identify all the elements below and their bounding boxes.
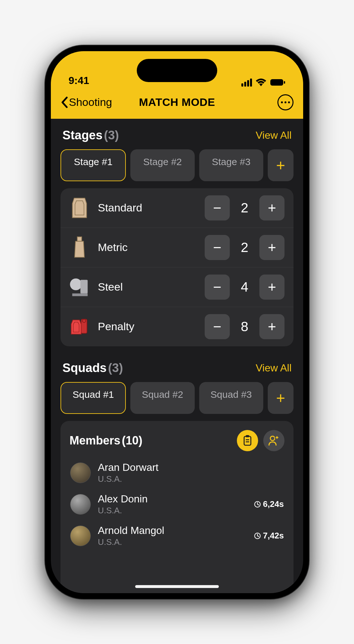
member-country: U.S.A.: [98, 506, 247, 516]
add-person-icon: [268, 435, 280, 446]
avatar: [70, 462, 91, 483]
add-stage-button[interactable]: +: [268, 149, 293, 181]
clock-icon: [254, 532, 261, 539]
dynamic-island: [137, 59, 217, 82]
decrement-button[interactable]: −: [205, 314, 230, 339]
add-squad-button[interactable]: +: [268, 382, 293, 414]
member-country: U.S.A.: [98, 537, 247, 547]
nav-bar: Shooting MATCH MODE: [51, 90, 303, 119]
avatar: [70, 526, 91, 546]
target-penalty-icon: [70, 315, 89, 338]
member-time: 6,24s: [254, 499, 284, 509]
target-label: Metric: [98, 241, 196, 254]
quantity-stepper: − 2 +: [205, 235, 284, 260]
member-name: Arnold Mangol: [98, 525, 247, 537]
quantity-stepper: − 2 +: [205, 195, 284, 220]
cellular-icon: [241, 79, 252, 87]
member-row[interactable]: Aran Dorwart U.S.A.: [61, 457, 293, 489]
member-name: Aran Dorwart: [98, 462, 284, 473]
tab-stage-1[interactable]: Stage #1: [61, 149, 126, 181]
member-country: U.S.A.: [98, 474, 284, 484]
svg-rect-0: [270, 79, 283, 86]
wifi-icon: [256, 79, 266, 86]
status-indicators: [241, 79, 285, 87]
stage-tabs: Stage #1 Stage #2 Stage #3 +: [61, 149, 293, 181]
back-button[interactable]: Shooting: [61, 96, 112, 108]
add-member-button[interactable]: [263, 430, 284, 451]
svg-rect-5: [72, 293, 88, 296]
clipboard-button[interactable]: [237, 430, 258, 451]
squads-view-all[interactable]: View All: [256, 362, 292, 374]
chevron-left-icon: [61, 97, 68, 108]
decrement-button[interactable]: −: [205, 275, 230, 300]
targets-card: Standard − 2 + Metric: [61, 188, 293, 346]
stages-count: (3): [104, 128, 119, 142]
members-card: Members (10): [61, 421, 293, 593]
svg-rect-2: [77, 237, 82, 241]
clipboard-icon: [243, 435, 252, 446]
target-row-metric: Metric − 2 +: [61, 228, 293, 267]
target-row-standard: Standard − 2 +: [61, 188, 293, 228]
target-steel-icon: [70, 275, 89, 299]
squads-count: (3): [108, 361, 123, 375]
tab-squad-1[interactable]: Squad #1: [61, 382, 126, 414]
content: Stages (3) View All Stage #1 Stage #2 St…: [51, 119, 303, 593]
member-row[interactable]: Arnold Mangol U.S.A. 7,42s: [61, 520, 293, 552]
increment-button[interactable]: +: [259, 235, 284, 260]
tab-squad-2[interactable]: Squad #2: [130, 382, 194, 414]
clock-icon: [254, 501, 261, 508]
target-row-steel: Steel − 4 +: [61, 267, 293, 307]
tab-squad-3[interactable]: Squad #3: [199, 382, 263, 414]
quantity-stepper: − 4 +: [205, 275, 284, 300]
battery-icon: [270, 79, 285, 86]
target-value: 4: [237, 279, 252, 295]
more-button[interactable]: [277, 94, 293, 110]
stages-title: Stages: [62, 128, 103, 142]
svg-point-12: [270, 436, 275, 441]
stages-view-all[interactable]: View All: [256, 129, 292, 141]
squads-title: Squads: [62, 361, 107, 375]
target-label: Penalty: [98, 320, 196, 333]
target-value: 8: [237, 319, 252, 334]
member-name: Alex Donin: [98, 493, 247, 505]
members-header: Members (10): [61, 421, 293, 457]
target-standard-icon: [70, 196, 89, 219]
increment-button[interactable]: +: [259, 195, 284, 220]
stages-header: Stages (3) View All: [61, 128, 293, 142]
status-time: 9:41: [69, 75, 89, 87]
back-label: Shooting: [69, 96, 112, 108]
avatar: [70, 494, 91, 515]
svg-rect-8: [244, 436, 251, 445]
target-label: Steel: [98, 281, 196, 293]
members-actions: [237, 430, 284, 451]
target-label: Standard: [98, 201, 196, 214]
target-row-penalty: Penalty − 8 +: [61, 307, 293, 346]
target-metric-icon: [70, 236, 89, 259]
svg-rect-9: [246, 435, 249, 437]
tab-stage-2[interactable]: Stage #2: [130, 149, 194, 181]
svg-point-3: [70, 278, 82, 290]
page-title: MATCH MODE: [139, 96, 215, 108]
decrement-button[interactable]: −: [205, 235, 230, 260]
home-indicator[interactable]: [135, 585, 219, 588]
increment-button[interactable]: +: [259, 314, 284, 339]
decrement-button[interactable]: −: [205, 195, 230, 220]
squads-header: Squads (3) View All: [61, 361, 293, 375]
svg-rect-1: [284, 81, 285, 84]
member-row[interactable]: Alex Donin U.S.A. 6,24s: [61, 489, 293, 520]
svg-point-7: [82, 319, 86, 322]
member-time: 7,42s: [254, 531, 284, 541]
target-value: 2: [237, 240, 252, 255]
target-value: 2: [237, 200, 252, 216]
squad-tabs: Squad #1 Squad #2 Squad #3 +: [61, 382, 293, 414]
device-frame: 9:41 Shooting M: [45, 45, 309, 599]
tab-stage-3[interactable]: Stage #3: [199, 149, 263, 181]
svg-rect-4: [80, 280, 88, 293]
members-title: Members: [70, 434, 120, 447]
quantity-stepper: − 8 +: [205, 314, 284, 339]
screen: 9:41 Shooting M: [51, 51, 303, 593]
increment-button[interactable]: +: [259, 275, 284, 300]
members-count: (10): [122, 434, 143, 447]
